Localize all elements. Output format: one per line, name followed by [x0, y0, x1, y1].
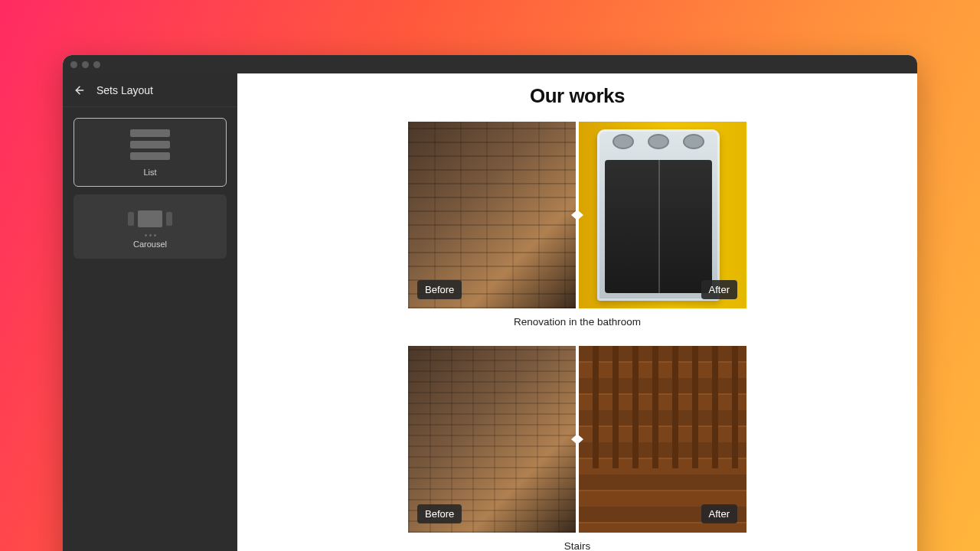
after-tag: After	[701, 280, 737, 299]
compare-slider[interactable]	[576, 346, 579, 533]
before-tag: Before	[417, 504, 462, 523]
layout-option-list-card[interactable]: List	[74, 118, 227, 187]
page-title: Our works	[408, 84, 746, 108]
window-dot	[70, 61, 77, 68]
window-body: Sets Layout List Carousel	[63, 73, 917, 551]
compare-slider[interactable]	[576, 122, 579, 308]
back-button[interactable]	[74, 84, 86, 96]
layout-option-list: List Carousel	[63, 107, 237, 269]
arrow-left-icon	[74, 84, 86, 96]
after-image: After	[579, 122, 746, 308]
after-image: After	[579, 346, 746, 533]
work-item: Before After Stairs	[408, 346, 746, 551]
list-layout-icon	[129, 129, 172, 160]
layout-option-label: List	[143, 168, 156, 177]
before-after-pair: Before After	[408, 122, 746, 308]
before-tag: Before	[417, 280, 462, 299]
after-tag: After	[701, 504, 737, 523]
preview-area: Our works Before After	[237, 73, 917, 551]
layout-option-label: Carousel	[133, 240, 167, 249]
window-dot	[93, 61, 100, 68]
layout-option-carousel-card[interactable]: Carousel	[74, 194, 227, 259]
before-after-pair: Before After	[408, 346, 746, 533]
window-dot	[82, 61, 89, 68]
carousel-layout-icon	[123, 206, 177, 232]
slider-handle-icon	[571, 204, 583, 226]
sidebar-title: Sets Layout	[96, 84, 153, 96]
titlebar	[63, 55, 917, 73]
work-item: Before After Renovation in the bathroo	[408, 122, 746, 328]
work-caption: Renovation in the bathroom	[408, 316, 746, 328]
before-image: Before	[408, 346, 576, 533]
sidebar: Sets Layout List Carousel	[63, 73, 237, 551]
work-caption: Stairs	[408, 540, 746, 551]
app-window: Sets Layout List Carousel	[63, 55, 917, 551]
slider-handle-icon	[571, 429, 583, 450]
sidebar-header: Sets Layout	[63, 73, 237, 107]
before-image: Before	[408, 122, 576, 308]
